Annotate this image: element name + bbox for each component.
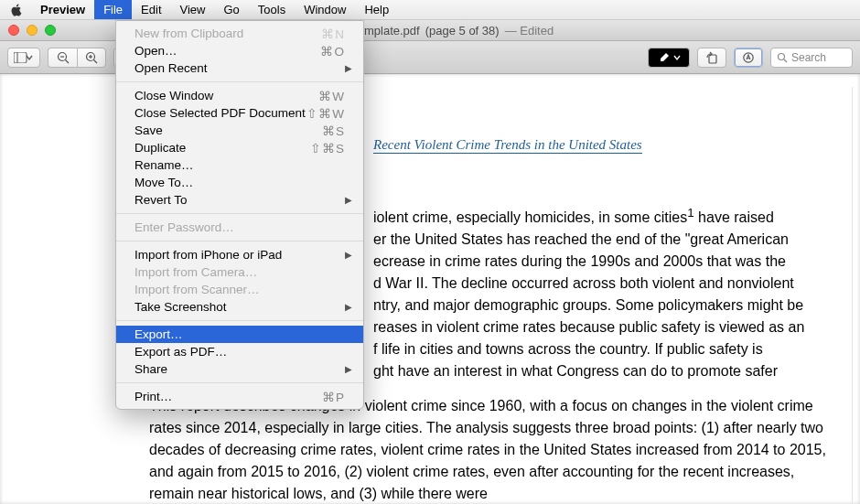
menubar-item-help[interactable]: Help xyxy=(355,0,398,19)
menu-save[interactable]: Save⌘S xyxy=(116,122,363,139)
menu-rename[interactable]: Rename… xyxy=(116,156,363,174)
highlight-button[interactable] xyxy=(648,48,690,68)
menu-take-screenshot[interactable]: Take Screenshot▶ xyxy=(116,298,363,316)
menu-move-to[interactable]: Move To… xyxy=(116,174,363,191)
menubar-item-tools[interactable]: Tools xyxy=(249,0,295,19)
markup-toolbar-button[interactable] xyxy=(734,48,763,68)
menu-export-pdf[interactable]: Export as PDF… xyxy=(116,343,363,360)
menu-print[interactable]: Print…⌘P xyxy=(116,388,363,405)
menu-import-scanner: Import from Scanner… xyxy=(116,281,363,298)
window-title-page-info: (page 5 of 38) xyxy=(425,24,500,38)
menu-close-window[interactable]: Close Window⌘W xyxy=(116,87,363,104)
apple-logo-icon[interactable] xyxy=(9,4,22,16)
menubar-item-file[interactable]: File xyxy=(94,0,132,19)
menubar-item-go[interactable]: Go xyxy=(214,0,248,19)
menu-import-iphone[interactable]: Import from iPhone or iPad▶ xyxy=(116,246,363,263)
search-icon xyxy=(777,52,788,63)
menu-revert-to[interactable]: Revert To▶ xyxy=(116,191,363,209)
window-minimize-button[interactable] xyxy=(27,25,38,36)
menu-duplicate[interactable]: Duplicate⇧⌘S xyxy=(116,139,363,156)
svg-line-17 xyxy=(784,59,787,62)
svg-rect-14 xyxy=(709,55,716,63)
window-zoom-button[interactable] xyxy=(45,25,56,36)
svg-point-16 xyxy=(779,53,785,59)
menu-open-recent[interactable]: Open Recent▶ xyxy=(116,59,363,77)
menubar-item-edit[interactable]: Edit xyxy=(132,0,170,19)
zoom-out-button[interactable] xyxy=(48,48,77,68)
zoom-in-button[interactable] xyxy=(77,48,106,68)
menubar-item-window[interactable]: Window xyxy=(295,0,355,19)
menu-export[interactable]: Export… xyxy=(116,326,363,343)
document-heading: Recent Violent Crime Trends in the Unite… xyxy=(373,137,642,154)
toolbar-search-input[interactable]: Search xyxy=(770,48,853,68)
menubar-item-view[interactable]: View xyxy=(171,0,215,19)
window-title-edited: — Edited xyxy=(505,24,554,38)
file-menu-dropdown: New from Clipboard⌘N Open…⌘O Open Recent… xyxy=(115,20,364,410)
menu-import-camera: Import from Camera… xyxy=(116,263,363,281)
svg-line-6 xyxy=(65,59,69,63)
menu-close-selected-pdf[interactable]: Close Selected PDF Document⇧⌘W xyxy=(116,104,363,122)
window-close-button[interactable] xyxy=(8,25,19,36)
menu-open[interactable]: Open…⌘O xyxy=(116,42,363,59)
menu-share[interactable]: Share▶ xyxy=(116,360,363,378)
menu-enter-password: Enter Password… xyxy=(116,219,363,236)
svg-rect-3 xyxy=(14,52,27,63)
rotate-button[interactable] xyxy=(697,48,726,68)
menubar-app-name[interactable]: Preview xyxy=(31,0,94,19)
menu-new-from-clipboard: New from Clipboard⌘N xyxy=(116,25,363,42)
document-paragraph-2: This report describes changes in violent… xyxy=(149,395,835,504)
sidebar-toggle-button[interactable] xyxy=(7,48,40,68)
svg-line-9 xyxy=(94,59,98,63)
system-menubar: Preview File Edit View Go Tools Window H… xyxy=(0,0,860,20)
search-placeholder: Search xyxy=(791,51,826,64)
